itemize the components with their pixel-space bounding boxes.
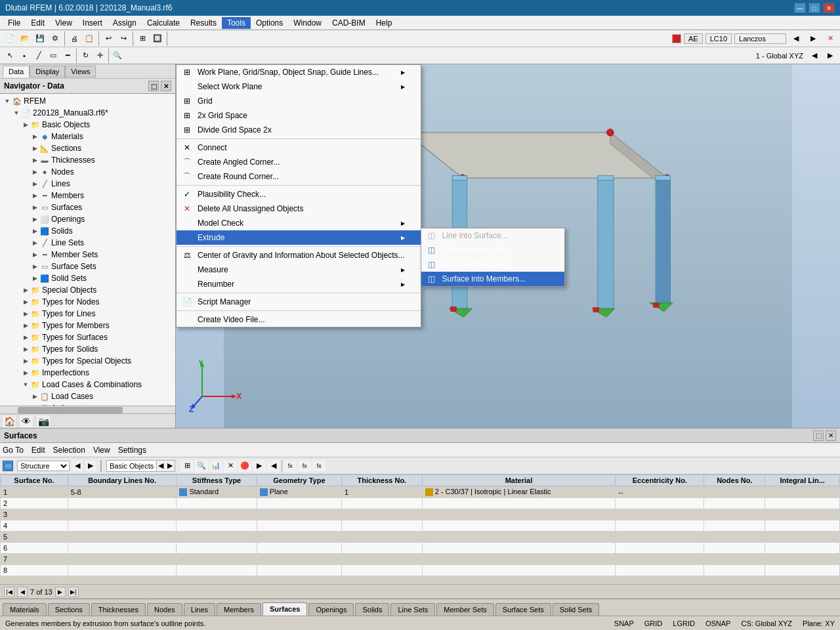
tree-item-surface-sets[interactable]: ▶ ▭ Surface Sets bbox=[0, 261, 175, 272]
tree-item-load-cases[interactable]: ▶ 📋 Load Cases bbox=[0, 390, 175, 402]
lc-selector[interactable]: AE bbox=[684, 33, 703, 44]
nav-tab-views[interactable]: Views bbox=[65, 66, 96, 77]
tree-item-types-solids[interactable]: ▶ 📁 Types for Solids bbox=[0, 343, 175, 355]
toolbar-edit[interactable]: Edit bbox=[32, 446, 45, 455]
tab-surface-sets[interactable]: Surface Sets bbox=[495, 603, 551, 616]
toggle-sections[interactable]: ▶ bbox=[30, 144, 39, 153]
table-tool-3[interactable]: 📊 bbox=[209, 460, 222, 472]
menu-select-work-plane[interactable]: Select Work Plane ▶ bbox=[177, 79, 421, 94]
tab-materials[interactable]: Materials bbox=[3, 603, 47, 616]
table-row[interactable]: 7 bbox=[1, 554, 840, 565]
open-btn[interactable]: 📂 bbox=[18, 32, 32, 46]
table-row[interactable]: 1 Standard Plane 1 2 - C30/37 | Isotropi… bbox=[1, 486, 840, 498]
toggle-types-members[interactable]: ▶ bbox=[21, 321, 30, 330]
print-btn[interactable]: 🖨 bbox=[67, 32, 81, 46]
menu-center-gravity[interactable]: ⚖ Center of Gravity and Information Abou… bbox=[177, 248, 421, 262]
viewport-3d[interactable]: X Y Z ⊞ Work Plane, Grid/Snap, Object Sn… bbox=[176, 64, 840, 428]
tab-lines[interactable]: Lines bbox=[184, 603, 215, 616]
nav-tab-display[interactable]: Display bbox=[30, 66, 65, 77]
toggle-types-solids[interactable]: ▶ bbox=[21, 345, 30, 354]
tree-item-nodes[interactable]: ▶ ● Nodes bbox=[0, 166, 175, 178]
submenu-surface-to-solid[interactable]: ◫ Surface into Solid... bbox=[421, 243, 564, 257]
tree-item-thicknesses[interactable]: ▶ ▬ Thicknesses bbox=[0, 154, 175, 166]
surfaces-close[interactable]: ✕ bbox=[826, 430, 836, 441]
tree-item-sections[interactable]: ▶ 📐 Sections bbox=[0, 142, 175, 154]
method-selector[interactable]: Lanczos bbox=[734, 33, 786, 44]
toolbar-selection[interactable]: Selection bbox=[53, 446, 85, 455]
tab-members[interactable]: Members bbox=[217, 603, 261, 616]
table-tool-1[interactable]: ⊞ bbox=[180, 460, 194, 472]
tree-item-types-special[interactable]: ▶ 📁 Types for Special Objects bbox=[0, 355, 175, 367]
table-row[interactable]: 8 bbox=[1, 565, 840, 576]
tab-nodes[interactable]: Nodes bbox=[147, 603, 182, 616]
toggle-load-cases[interactable]: ▶ bbox=[30, 392, 39, 401]
snap-btn[interactable]: 🔲 bbox=[150, 32, 165, 46]
member-btn[interactable]: ━ bbox=[60, 49, 75, 63]
move-btn[interactable]: ✛ bbox=[93, 49, 107, 63]
menu-cad-bim[interactable]: CAD-BIM bbox=[327, 17, 371, 29]
navigator-scroll-x[interactable] bbox=[0, 406, 175, 413]
tree-item-imperfections[interactable]: ▶ 📁 Imperfections bbox=[0, 367, 175, 379]
menu-2x-grid[interactable]: ⊞ 2x Grid Space bbox=[177, 108, 421, 123]
menu-view[interactable]: View bbox=[50, 17, 77, 29]
menu-delete-unassigned[interactable]: ✕ Delete All Unassigned Objects bbox=[177, 201, 421, 216]
nav-close-btn[interactable]: ✕ bbox=[161, 81, 171, 91]
menu-script-manager[interactable]: 📄 Script Manager bbox=[177, 295, 421, 309]
scroll-thumb-x[interactable] bbox=[18, 407, 123, 413]
toggle-members[interactable]: ▶ bbox=[30, 191, 39, 200]
tree-item-materials[interactable]: ▶ ◆ Materials bbox=[0, 131, 175, 142]
node-btn[interactable]: • bbox=[17, 49, 32, 63]
tree-item-types-surfaces[interactable]: ▶ 📁 Types for Surfaces bbox=[0, 331, 175, 343]
submenu-line-to-surface[interactable]: ◫ Line into Surface... bbox=[421, 228, 564, 243]
tree-item-basic-objects[interactable]: ▶ 📁 Basic Objects bbox=[0, 119, 175, 131]
menu-calculate[interactable]: Calculate bbox=[142, 17, 185, 29]
table-tool-5[interactable]: 🔴 bbox=[238, 460, 251, 472]
tree-item-solids[interactable]: ▶ 🟦 Solids bbox=[0, 225, 175, 237]
toggle-file[interactable]: ▼ bbox=[12, 108, 21, 117]
toggle-solid-sets[interactable]: ▶ bbox=[30, 274, 39, 283]
menu-connect[interactable]: ✕ Connect bbox=[177, 140, 421, 155]
toggle-line-sets[interactable]: ▶ bbox=[30, 238, 39, 247]
tree-item-types-members[interactable]: ▶ 📁 Types for Members bbox=[0, 320, 175, 331]
tree-item-special-objects[interactable]: ▶ 📁 Special Objects bbox=[0, 284, 175, 296]
menu-model-check[interactable]: Model Check ▶ bbox=[177, 216, 421, 230]
select-btn[interactable]: ↖ bbox=[3, 49, 17, 63]
menu-measure[interactable]: Measure ▶ bbox=[177, 262, 421, 277]
grid-btn[interactable]: ⊞ bbox=[135, 32, 150, 46]
tree-item-solid-sets[interactable]: ▶ 🟦 Solid Sets bbox=[0, 272, 175, 284]
tab-line-sets[interactable]: Line Sets bbox=[390, 603, 435, 616]
table-row[interactable]: 2 bbox=[1, 498, 840, 509]
tab-surfaces[interactable]: Surfaces bbox=[262, 602, 307, 616]
table-fx2[interactable]: fx bbox=[298, 460, 311, 472]
save-btn[interactable]: 💾 bbox=[33, 32, 47, 46]
nav-tab-data[interactable]: Data bbox=[3, 66, 30, 77]
print2-btn[interactable]: 📋 bbox=[82, 32, 96, 46]
table-tool-6[interactable]: ▶ bbox=[253, 460, 266, 472]
toggle-openings[interactable]: ▶ bbox=[30, 215, 39, 224]
tree-item-members[interactable]: ▶ ━ Members bbox=[0, 190, 175, 201]
toggle-basic-objects[interactable]: ▶ bbox=[21, 120, 30, 129]
filter-next[interactable]: ▶ bbox=[85, 461, 96, 471]
toggle-load-cases-comb[interactable]: ▼ bbox=[21, 380, 30, 389]
menu-window[interactable]: Window bbox=[288, 17, 327, 29]
table-fx1[interactable]: fx bbox=[284, 460, 297, 472]
toggle-rfem[interactable]: ▼ bbox=[3, 96, 12, 106]
new-btn[interactable]: 📄 bbox=[3, 32, 17, 46]
basic-objects-next[interactable]: ▶ bbox=[165, 461, 175, 471]
boundary-input[interactable] bbox=[71, 488, 123, 496]
settings-btn[interactable]: ⚙ bbox=[48, 32, 62, 46]
nav-first[interactable]: |◀ bbox=[4, 587, 14, 597]
surface-btn[interactable]: ▭ bbox=[46, 49, 60, 63]
table-tool-2[interactable]: 🔍 bbox=[195, 460, 208, 472]
tab-solids[interactable]: Solids bbox=[355, 603, 389, 616]
view-next[interactable]: ▶ bbox=[823, 49, 837, 63]
tab-solid-sets[interactable]: Solid Sets bbox=[553, 603, 600, 616]
surfaces-undock[interactable]: ⬚ bbox=[813, 430, 824, 441]
nav-last[interactable]: ▶| bbox=[68, 587, 79, 597]
menu-edit[interactable]: Edit bbox=[26, 17, 50, 29]
toggle-nodes[interactable]: ▶ bbox=[30, 167, 39, 177]
tree-item-rfem[interactable]: ▼ 🏠 RFEM bbox=[0, 95, 175, 107]
menu-round-corner[interactable]: ⌒ Create Round Corner... bbox=[177, 169, 421, 184]
menu-assign[interactable]: Assign bbox=[108, 17, 142, 29]
line-btn[interactable]: ╱ bbox=[32, 49, 46, 63]
